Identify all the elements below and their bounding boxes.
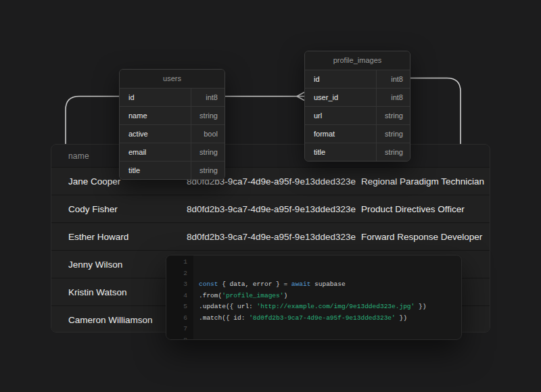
table-row[interactable]: Esther Howard8d0fd2b3-9ca7-4d9e-a95f-9e1…: [51, 222, 490, 250]
column-name: email: [120, 148, 191, 156]
crow-foot-icon: [297, 93, 304, 101]
code-line-number: 7: [166, 324, 187, 335]
column-row: idint8: [305, 70, 410, 88]
code-line-number: 4: [166, 291, 187, 302]
column-name: url: [305, 112, 376, 120]
column-row: namestring: [120, 106, 225, 124]
code-line-number: 6: [166, 313, 187, 324]
code-line: const { data, error } = await supabase: [199, 279, 461, 291]
column-row: formatstring: [305, 124, 410, 143]
cell-title: Regional Paradigm Technician: [361, 176, 490, 187]
column-name: format: [305, 130, 376, 138]
column-row: emailstring: [120, 143, 225, 161]
column-type: string: [191, 162, 225, 179]
cell-title: Forward Response Developer: [361, 232, 490, 242]
column-type: int8: [376, 89, 410, 106]
schema-card-title: profile_images: [305, 51, 410, 70]
column-name: name: [120, 112, 191, 120]
cell-name: Esther Howard: [68, 232, 187, 242]
code-line: [199, 324, 461, 335]
schema-card-columns: idint8user_idint8urlstringformatstringti…: [305, 70, 410, 161]
column-type: string: [191, 143, 225, 161]
code-content: const { data, error } = await supabase.f…: [193, 255, 461, 339]
schema-card-columns: idint8namestringactiveboolemailstringtit…: [120, 88, 225, 179]
cell-uuid: 8d0fd2b3-9ca7-4d9e-a95f-9e13dded323e: [187, 232, 361, 242]
code-line-number: 1: [166, 257, 187, 268]
column-type: string: [376, 143, 410, 161]
relationship-line-users-to-table: [66, 97, 119, 145]
column-type: int8: [376, 70, 410, 88]
column-name: id: [305, 75, 376, 83]
column-name: id: [120, 93, 191, 101]
code-line-number: 8: [166, 335, 187, 341]
code-line: .from('profile_images'): [199, 291, 461, 302]
column-row: titlestring: [120, 161, 225, 179]
column-row: urlstring: [305, 106, 410, 124]
code-line-number: 2: [166, 268, 187, 280]
column-name: active: [120, 130, 191, 138]
cell-name: Cody Fisher: [68, 204, 187, 214]
code-line: .update({ url: 'http://example.com/img/9…: [199, 301, 461, 313]
column-row: idint8: [120, 88, 225, 106]
schema-card-title: users: [120, 70, 225, 88]
schema-card-users[interactable]: users idint8namestringactiveboolemailstr…: [119, 69, 225, 180]
schema-card-profile-images[interactable]: profile_images idint8user_idint8urlstrin…: [304, 51, 410, 162]
column-type: int8: [191, 89, 225, 106]
code-line: [199, 335, 461, 340]
table-header-row: name: [51, 145, 490, 167]
column-name: user_id: [305, 93, 376, 101]
table-row[interactable]: Cody Fisher8d0fd2b3-9ca7-4d9e-a95f-9e13d…: [51, 195, 490, 222]
cell-uuid: 8d0fd2b3-9ca7-4d9e-a95f-9e13dded323e: [187, 204, 361, 214]
code-line-number: 3: [166, 279, 187, 291]
column-row: titlestring: [305, 143, 410, 161]
code-line: [199, 257, 461, 268]
cell-title: Product Directives Officer: [361, 204, 490, 214]
column-name: title: [305, 148, 376, 156]
code-panel: 12345678 const { data, error } = await s…: [166, 255, 462, 340]
table-row[interactable]: Jane Cooper8d0fd2b3-9ca7-4d9e-a95f-9e13d…: [51, 167, 490, 195]
code-line: .match({ id: '8d0fd2b3-9ca7-4d9e-a95f-9e…: [199, 313, 461, 324]
code-line-number: 5: [166, 301, 187, 313]
code-line: [199, 268, 461, 280]
column-row: user_idint8: [305, 88, 410, 106]
relationship-line-profile-images-to-table: [410, 78, 461, 145]
column-name: title: [120, 166, 191, 174]
column-type: string: [376, 125, 410, 143]
column-type: string: [376, 107, 410, 124]
column-type: bool: [191, 125, 225, 143]
column-type: string: [191, 107, 225, 124]
column-row: activebool: [120, 124, 225, 143]
code-gutter: 12345678: [166, 255, 193, 339]
